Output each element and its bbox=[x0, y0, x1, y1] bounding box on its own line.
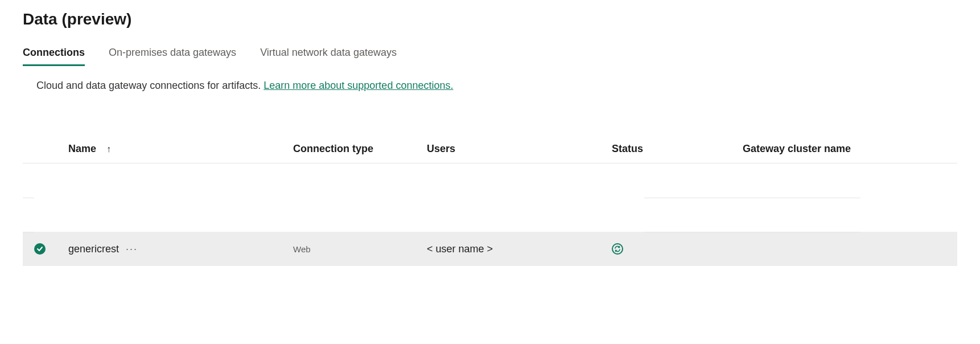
refresh-icon bbox=[612, 243, 623, 255]
col-status-header[interactable]: Status bbox=[612, 143, 743, 155]
col-users-header[interactable]: Users bbox=[427, 143, 612, 155]
tab-connections[interactable]: Connections bbox=[23, 47, 85, 66]
checkmark-icon bbox=[34, 243, 46, 255]
row-status-cell bbox=[23, 243, 68, 255]
tab-on-prem-gateways[interactable]: On-premises data gateways bbox=[109, 47, 236, 66]
empty-rows-placeholder bbox=[23, 163, 957, 232]
table-header: Name ↑ Connection type Users Status Gate… bbox=[23, 143, 957, 163]
tab-virtual-network-gateways[interactable]: Virtual network data gateways bbox=[260, 47, 397, 66]
tab-list: Connections On-premises data gateways Vi… bbox=[23, 47, 957, 66]
row-status bbox=[612, 243, 743, 255]
page-title: Data (preview) bbox=[23, 10, 957, 28]
col-name-label: Name bbox=[68, 143, 96, 155]
col-connection-type-header[interactable]: Connection type bbox=[293, 143, 427, 155]
learn-more-link[interactable]: Learn more about supported connections. bbox=[263, 80, 453, 91]
connections-table: Name ↑ Connection type Users Status Gate… bbox=[23, 143, 957, 266]
col-name-header[interactable]: Name ↑ bbox=[68, 143, 293, 155]
sort-ascending-icon: ↑ bbox=[106, 144, 111, 154]
table-row[interactable]: genericrest ··· Web < user name > bbox=[23, 232, 957, 266]
description-text: Cloud and data gateway connections for a… bbox=[36, 80, 263, 91]
row-connection-type: Web bbox=[293, 244, 427, 254]
more-options-icon[interactable]: ··· bbox=[126, 244, 138, 254]
col-gateway-header[interactable]: Gateway cluster name bbox=[743, 143, 957, 155]
row-name[interactable]: genericrest bbox=[68, 243, 119, 255]
description-row: Cloud and data gateway connections for a… bbox=[23, 80, 957, 92]
row-users: < user name > bbox=[427, 243, 612, 255]
